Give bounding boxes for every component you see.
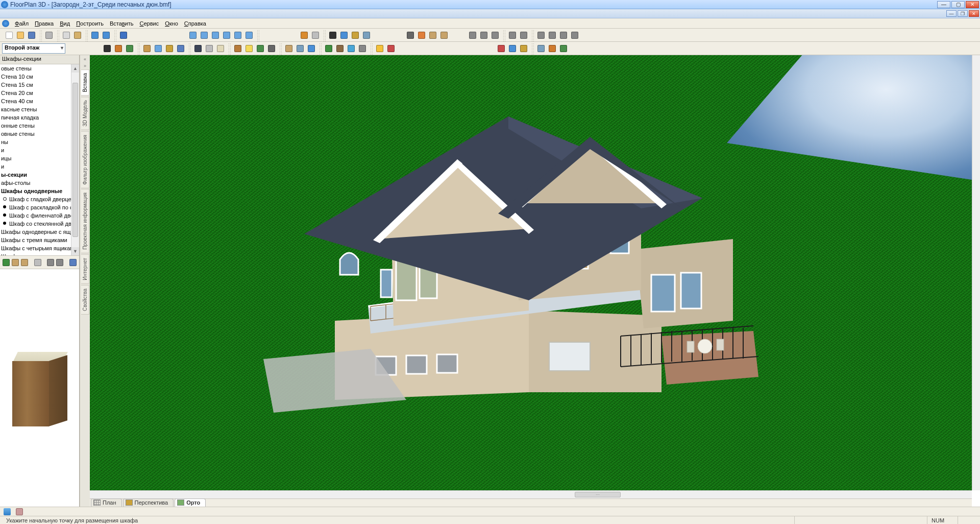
- grid-icon[interactable]: [405, 30, 415, 40]
- text-icon[interactable]: [328, 30, 338, 40]
- dock-tab-1[interactable]: 3D Модель: [81, 97, 89, 130]
- column-icon[interactable]: [176, 43, 186, 54]
- rot-r-icon[interactable]: [570, 30, 580, 40]
- camera-icon[interactable]: [266, 43, 277, 54]
- measure-icon[interactable]: [350, 30, 360, 40]
- dock-tab-3[interactable]: Проектная информация: [81, 189, 89, 253]
- list-item[interactable]: пичная кладка: [0, 113, 79, 122]
- furniture-icon[interactable]: [233, 43, 243, 54]
- pool-icon[interactable]: [346, 43, 356, 54]
- list-item[interactable]: ны: [0, 138, 79, 146]
- menu-вид[interactable]: Вид: [57, 19, 73, 28]
- list-item[interactable]: Шкаф со стеклянной дверцей: [0, 220, 79, 228]
- menu-файл[interactable]: Файл: [12, 19, 32, 28]
- open-icon[interactable]: [15, 30, 26, 40]
- zoom-out-icon[interactable]: [199, 30, 209, 40]
- list-item[interactable]: овные стены: [0, 130, 79, 138]
- ceiling-icon[interactable]: [215, 43, 226, 54]
- viewport[interactable]: ⋯ ПланПерспективаОрто: [90, 55, 980, 507]
- catalog-list[interactable]: овые стеныСтена 10 смСтена 15 смСтена 20…: [0, 64, 79, 255]
- ruler-v-icon[interactable]: [428, 30, 438, 40]
- align-l-icon[interactable]: [468, 30, 478, 40]
- save-icon[interactable]: [27, 30, 37, 40]
- zoom-prev-icon[interactable]: [233, 30, 243, 40]
- app-menu-icon[interactable]: [2, 20, 9, 27]
- roof-icon[interactable]: [193, 43, 203, 54]
- list-item[interactable]: Шкаф с филенчатой дверцей: [0, 211, 79, 220]
- plant-icon[interactable]: [324, 43, 334, 54]
- list-item[interactable]: овые стены: [0, 64, 79, 73]
- list-item[interactable]: Стена 20 см: [0, 89, 79, 97]
- sun-icon[interactable]: [375, 43, 385, 54]
- view-tab-План[interactable]: План: [91, 498, 122, 507]
- snap-icon[interactable]: [416, 30, 427, 40]
- room-icon[interactable]: [125, 43, 135, 54]
- menu-построить[interactable]: Построить: [73, 19, 107, 28]
- wall-icon[interactable]: [113, 43, 124, 54]
- fence-icon[interactable]: [335, 43, 345, 54]
- tree2-icon[interactable]: [56, 257, 64, 268]
- list-item[interactable]: касные стены: [0, 105, 79, 113]
- zoom-in-icon[interactable]: [188, 30, 198, 40]
- list-item[interactable]: Шкаф с гладкой дверцей: [0, 195, 79, 203]
- layers-icon[interactable]: [361, 30, 372, 40]
- catalog-scrollbar[interactable]: ▲ ▼: [71, 64, 79, 255]
- dist-v-icon[interactable]: [519, 30, 529, 40]
- region-icon[interactable]: [295, 43, 305, 54]
- floor-selector[interactable]: Второй этаж: [2, 43, 65, 54]
- dim-icon[interactable]: [339, 30, 349, 40]
- new-icon[interactable]: [4, 30, 14, 40]
- zoom-window-icon[interactable]: [210, 30, 220, 40]
- copy-item-icon[interactable]: [34, 257, 42, 268]
- list-item[interactable]: и: [0, 146, 79, 154]
- copy-icon[interactable]: [61, 30, 71, 40]
- scroll-down-icon[interactable]: ▼: [71, 247, 79, 255]
- close-button[interactable]: ✕: [966, 1, 979, 8]
- view-tab-Перспектива[interactable]: Перспектива: [123, 498, 174, 507]
- mdi-restore-button[interactable]: ❐: [958, 10, 968, 17]
- terrain-icon[interactable]: [255, 43, 265, 54]
- list-item[interactable]: ы-секции: [0, 171, 79, 179]
- render-icon[interactable]: [299, 30, 309, 40]
- scroll-up-icon[interactable]: ▲: [71, 64, 79, 73]
- viewport-vscrollbar[interactable]: [972, 55, 980, 490]
- menu-справка[interactable]: Справка: [181, 19, 209, 28]
- roof6-icon[interactable]: [558, 43, 569, 54]
- roof4-icon[interactable]: [536, 43, 546, 54]
- list-item[interactable]: Стена 10 см: [0, 73, 79, 81]
- list-item[interactable]: онные стены: [0, 122, 79, 130]
- path-icon[interactable]: [284, 43, 294, 54]
- scene-3d[interactable]: [90, 55, 972, 490]
- list-icon-icon[interactable]: [69, 257, 77, 268]
- roof2-icon[interactable]: [507, 43, 518, 54]
- scroll-thumb[interactable]: [72, 83, 78, 237]
- help-icon[interactable]: [118, 30, 129, 40]
- view-tab-Орто[interactable]: Орто: [175, 498, 206, 507]
- menu-вставить[interactable]: Вставить: [107, 19, 137, 28]
- print-render-icon[interactable]: [310, 30, 321, 40]
- mdi-minimize-button[interactable]: —: [946, 10, 957, 17]
- road-icon[interactable]: [357, 43, 368, 54]
- walkthrough-icon[interactable]: [2, 507, 12, 517]
- fill-icon[interactable]: [306, 43, 316, 54]
- zoom-fit-icon[interactable]: [222, 30, 232, 40]
- door-icon[interactable]: [142, 43, 152, 54]
- maximize-button[interactable]: ▢: [951, 1, 965, 8]
- pan-icon[interactable]: [244, 30, 254, 40]
- undo-icon[interactable]: [90, 30, 100, 40]
- list-item[interactable]: Шкафы с тремя ящиками: [0, 236, 79, 244]
- list-item[interactable]: и: [0, 162, 79, 171]
- list-item[interactable]: Шкаф с раскладкой по стеклу: [0, 203, 79, 211]
- roof1-icon[interactable]: [496, 43, 506, 54]
- print-icon[interactable]: [44, 30, 54, 40]
- menu-сервис[interactable]: Сервис: [137, 19, 162, 28]
- light-icon[interactable]: [244, 43, 254, 54]
- align-c-icon[interactable]: [479, 30, 489, 40]
- list-item[interactable]: ицы: [0, 154, 79, 162]
- furniture-mode-icon[interactable]: [14, 507, 24, 517]
- paste-icon[interactable]: [72, 30, 83, 40]
- list-item[interactable]: Стена 40 см: [0, 97, 79, 105]
- minimize-button[interactable]: —: [937, 1, 950, 8]
- list-item[interactable]: Шкафы однодверные: [0, 187, 79, 195]
- slab-icon[interactable]: [204, 43, 214, 54]
